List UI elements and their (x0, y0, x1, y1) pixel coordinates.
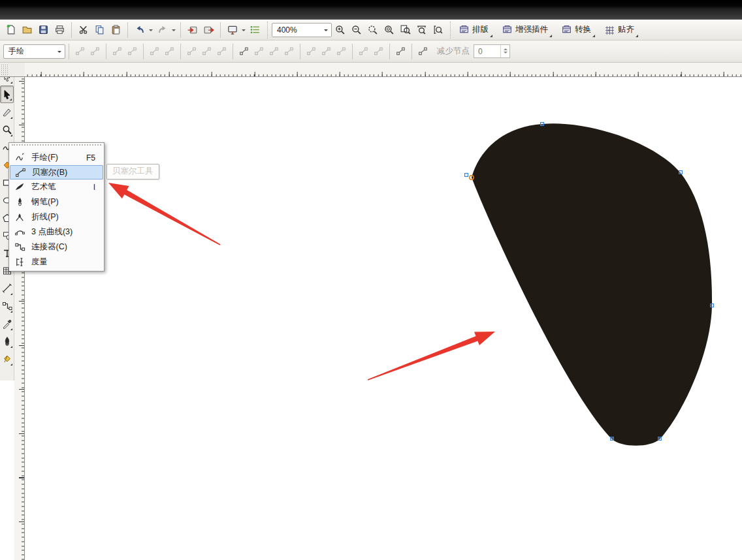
align-nodes[interactable] (334, 44, 349, 59)
symmetric-node[interactable] (214, 44, 229, 59)
flyout-item-label: 连接器(C) (31, 241, 95, 253)
flyout-item-label: 艺术笔 (31, 181, 93, 193)
convert-to-curve[interactable] (162, 44, 177, 59)
spinner-arrows-icon[interactable] (500, 45, 509, 57)
extend-curve[interactable] (282, 44, 297, 59)
menu-item[interactable] (162, 10, 178, 14)
reduce-nodes-spinner[interactable]: 0 (474, 44, 510, 58)
preset-dropdown[interactable] (54, 45, 65, 58)
toolbar-macro-button[interactable]: 排版 (455, 23, 492, 37)
menu-item[interactable] (21, 10, 37, 14)
zoom-out-button[interactable] (348, 22, 364, 38)
join-nodes[interactable] (110, 44, 125, 59)
zoom-combo-dropdown[interactable] (321, 23, 331, 37)
toolbox-grip-icon (1, 64, 9, 76)
redo-button[interactable] (154, 22, 170, 38)
reflect-vertical[interactable] (371, 44, 386, 59)
flyout-menu-item-4[interactable]: 折线(P) (10, 210, 103, 225)
new-document-button[interactable] (3, 22, 19, 38)
cusp-node[interactable] (184, 44, 199, 59)
redo-dropdown[interactable] (170, 22, 177, 38)
horizontal-ruler[interactable] (25, 63, 742, 77)
delete-node[interactable] (88, 44, 103, 59)
ruler-corner (0, 63, 25, 77)
reflect-horizontal[interactable] (356, 44, 371, 59)
zoom-selected-button[interactable] (364, 22, 381, 38)
menu-item[interactable] (68, 10, 84, 14)
rotate-skew-nodes[interactable] (319, 44, 334, 59)
tool-flyout-indicator-icon (10, 99, 12, 101)
preset-combo[interactable]: 手绘 (3, 44, 65, 59)
fill-tool[interactable] (0, 350, 14, 367)
application-launcher-button[interactable] (224, 22, 240, 38)
flyout-menu-item-2[interactable]: 艺术笔 I (10, 179, 103, 194)
print-button[interactable] (52, 22, 68, 38)
flyout-corner-icon (636, 35, 638, 37)
preset-value: 手绘 (8, 46, 24, 57)
tool-flyout-indicator-icon (10, 293, 12, 295)
zoom-tool[interactable] (0, 121, 14, 138)
menu-item[interactable] (115, 10, 131, 14)
app-window: 400% 排版 增强插件 转换 (0, 0, 742, 560)
cut-button[interactable] (75, 22, 91, 38)
drawing-canvas[interactable] (25, 77, 742, 560)
copy-button[interactable] (91, 22, 108, 38)
reverse-direction[interactable] (236, 44, 251, 59)
tool-icon (13, 211, 26, 223)
zoom-page-width-button[interactable] (413, 22, 430, 38)
undo-dropdown[interactable] (148, 22, 154, 38)
zoom-all-objects-button[interactable] (381, 22, 397, 38)
break-node[interactable] (125, 44, 140, 59)
toolbar-macro-button[interactable]: 贴齐 (600, 23, 638, 37)
tool-flyout-indicator-icon (10, 346, 12, 348)
export-button[interactable] (201, 22, 217, 38)
tooltip: 贝塞尔工具 (106, 164, 159, 179)
menu-item[interactable] (84, 10, 99, 14)
flyout-item-label: 3 点曲线(3) (31, 226, 95, 238)
menu-item[interactable] (37, 10, 52, 14)
menu-item[interactable] (131, 10, 146, 14)
application-launcher-dropdown[interactable] (240, 22, 247, 38)
menu-item[interactable] (178, 10, 193, 14)
flyout-menu-item-6[interactable]: 连接器(C) (10, 240, 103, 255)
convert-to-line[interactable] (147, 44, 162, 59)
toolbar-macro-button[interactable]: 转换 (557, 23, 595, 37)
zoom-page-button[interactable] (397, 22, 413, 38)
flyout-item-label: 折线(P) (31, 211, 95, 223)
flyout-menu-item-1[interactable]: 贝塞尔(B) (10, 165, 103, 179)
pick-tool[interactable] (0, 86, 14, 103)
tool-flyout-indicator-icon (10, 311, 12, 313)
dimension-tool[interactable] (0, 279, 14, 297)
welcome-screen-button[interactable] (247, 22, 263, 38)
flyout-menu-item-3[interactable]: 钢笔(P) (10, 194, 103, 210)
menu-item[interactable] (99, 10, 115, 14)
paste-button[interactable] (108, 22, 124, 38)
extract-subpath[interactable] (266, 44, 282, 59)
outline-pen-tool[interactable] (0, 332, 14, 350)
add-node[interactable] (73, 44, 88, 59)
stretch-nodes[interactable] (304, 44, 319, 59)
save-button[interactable] (35, 22, 52, 38)
flyout-menu-item-7[interactable]: 度量 (10, 255, 103, 270)
undo-button[interactable] (131, 22, 148, 38)
window-icon (459, 24, 470, 35)
smooth-node[interactable] (199, 44, 214, 59)
menu-item[interactable] (146, 10, 162, 14)
flyout-menu-item-5[interactable]: 3 点曲线(3) (10, 225, 103, 240)
eyedropper-tool[interactable] (0, 315, 14, 332)
close-curve[interactable] (251, 44, 266, 59)
connector-tool[interactable] (0, 297, 14, 315)
crop-tool[interactable] (0, 103, 14, 121)
flyout-menu-item-0[interactable]: 手绘(F) F5 (10, 150, 103, 165)
menu-item[interactable] (52, 10, 68, 14)
zoom-page-height-button[interactable] (430, 22, 446, 38)
toolbar-macro-button[interactable]: 增强插件 (498, 23, 552, 37)
flyout-tearoff-handle[interactable] (12, 144, 101, 149)
select-all-nodes[interactable] (415, 44, 430, 59)
open-button[interactable] (19, 22, 35, 38)
elastic-mode[interactable] (393, 44, 408, 59)
import-button[interactable] (184, 22, 201, 38)
zoom-level-combo[interactable]: 400% (272, 23, 332, 37)
zoom-in-button[interactable] (332, 22, 348, 38)
menu-item[interactable] (5, 10, 21, 14)
